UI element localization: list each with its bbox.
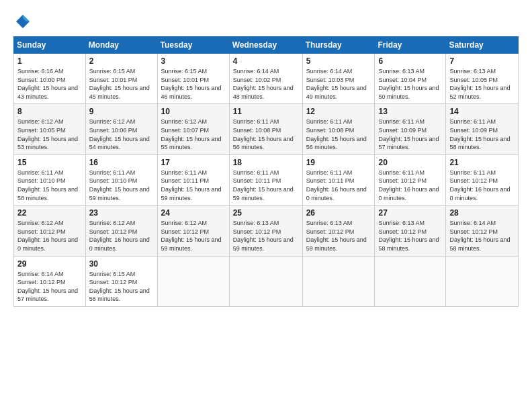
calendar-cell: 19 Sunrise: 6:11 AMSunset: 10:11 PMDayli… [302, 154, 375, 205]
day-number: 6 [378, 56, 442, 66]
calendar-week-2: 8 Sunrise: 6:12 AMSunset: 10:05 PMDaylig… [14, 104, 519, 154]
day-info: Sunrise: 6:11 AMSunset: 10:10 PMDaylight… [17, 169, 78, 201]
day-info: Sunrise: 6:12 AMSunset: 10:12 PMDaylight… [89, 220, 150, 252]
day-info: Sunrise: 6:12 AMSunset: 10:07 PMDaylight… [161, 118, 222, 150]
calendar-cell: 4 Sunrise: 6:14 AMSunset: 10:02 PMDaylig… [229, 54, 302, 104]
day-info: Sunrise: 6:14 AMSunset: 10:12 PMDaylight… [449, 220, 510, 252]
day-number: 14 [449, 107, 515, 116]
day-number: 17 [161, 158, 226, 167]
day-number: 27 [378, 208, 442, 218]
calendar-cell: 17 Sunrise: 6:11 AMSunset: 10:11 PMDayli… [157, 154, 229, 205]
calendar-cell: 25 Sunrise: 6:13 AMSunset: 10:12 PMDayli… [229, 205, 302, 256]
day-number: 23 [89, 208, 154, 218]
calendar-cell: 23 Sunrise: 6:12 AMSunset: 10:12 PMDayli… [85, 205, 157, 256]
day-info: Sunrise: 6:16 AMSunset: 10:00 PMDaylight… [17, 68, 78, 100]
day-number: 29 [17, 259, 82, 269]
calendar-cell: 29 Sunrise: 6:14 AMSunset: 10:12 PMDayli… [14, 256, 86, 306]
col-header-monday: Monday [85, 37, 157, 54]
day-number: 30 [89, 259, 154, 269]
calendar-cell: 21 Sunrise: 6:11 AMSunset: 10:12 PMDayli… [446, 154, 519, 205]
day-info: Sunrise: 6:11 AMSunset: 10:11 PMDaylight… [233, 169, 294, 201]
calendar-cell: 2 Sunrise: 6:15 AMSunset: 10:01 PMDaylig… [85, 54, 157, 104]
day-info: Sunrise: 6:15 AMSunset: 10:01 PMDaylight… [89, 68, 150, 100]
day-number: 8 [17, 107, 82, 116]
day-number: 11 [233, 107, 299, 116]
day-info: Sunrise: 6:14 AMSunset: 10:02 PMDaylight… [233, 68, 294, 100]
calendar-cell [302, 256, 375, 306]
calendar-cell: 11 Sunrise: 6:11 AMSunset: 10:08 PMDayli… [229, 104, 302, 154]
calendar-cell: 8 Sunrise: 6:12 AMSunset: 10:05 PMDaylig… [14, 104, 86, 154]
day-info: Sunrise: 6:11 AMSunset: 10:12 PMDaylight… [378, 169, 439, 201]
day-number: 3 [161, 56, 226, 66]
day-info: Sunrise: 6:14 AMSunset: 10:03 PMDaylight… [306, 68, 367, 100]
calendar-cell [157, 256, 229, 306]
day-info: Sunrise: 6:11 AMSunset: 10:10 PMDaylight… [89, 169, 150, 201]
calendar-week-5: 29 Sunrise: 6:14 AMSunset: 10:12 PMDayli… [14, 256, 519, 306]
day-number: 19 [306, 158, 371, 167]
logo [13, 12, 35, 31]
calendar-cell: 22 Sunrise: 6:12 AMSunset: 10:12 PMDayli… [14, 205, 86, 256]
day-info: Sunrise: 6:13 AMSunset: 10:12 PMDaylight… [233, 220, 294, 252]
calendar-cell: 24 Sunrise: 6:12 AMSunset: 10:12 PMDayli… [157, 205, 229, 256]
day-number: 2 [89, 56, 154, 66]
day-info: Sunrise: 6:14 AMSunset: 10:12 PMDaylight… [17, 271, 78, 303]
calendar-week-3: 15 Sunrise: 6:11 AMSunset: 10:10 PMDayli… [14, 154, 519, 205]
logo-icon [13, 12, 32, 31]
page: SundayMondayTuesdayWednesdayThursdayFrid… [0, 0, 532, 411]
calendar-cell [375, 256, 446, 306]
day-info: Sunrise: 6:13 AMSunset: 10:12 PMDaylight… [306, 220, 367, 252]
day-number: 1 [17, 56, 82, 66]
col-header-thursday: Thursday [302, 37, 375, 54]
calendar-cell: 18 Sunrise: 6:11 AMSunset: 10:11 PMDayli… [229, 154, 302, 205]
header [13, 12, 519, 31]
day-info: Sunrise: 6:13 AMSunset: 10:12 PMDaylight… [378, 220, 439, 252]
day-info: Sunrise: 6:11 AMSunset: 10:09 PMDaylight… [378, 118, 439, 150]
col-header-tuesday: Tuesday [157, 37, 229, 54]
calendar-table: SundayMondayTuesdayWednesdayThursdayFrid… [13, 36, 519, 307]
col-header-friday: Friday [375, 37, 446, 54]
calendar-week-4: 22 Sunrise: 6:12 AMSunset: 10:12 PMDayli… [14, 205, 519, 256]
day-number: 4 [233, 56, 299, 66]
day-number: 28 [449, 208, 515, 218]
day-number: 15 [17, 158, 82, 167]
calendar-cell: 20 Sunrise: 6:11 AMSunset: 10:12 PMDayli… [375, 154, 446, 205]
day-info: Sunrise: 6:15 AMSunset: 10:12 PMDaylight… [89, 271, 150, 303]
calendar-cell: 14 Sunrise: 6:11 AMSunset: 10:09 PMDayli… [446, 104, 519, 154]
day-number: 7 [449, 56, 515, 66]
calendar-cell: 28 Sunrise: 6:14 AMSunset: 10:12 PMDayli… [446, 205, 519, 256]
day-number: 13 [378, 107, 442, 116]
calendar-cell: 27 Sunrise: 6:13 AMSunset: 10:12 PMDayli… [375, 205, 446, 256]
calendar-cell: 10 Sunrise: 6:12 AMSunset: 10:07 PMDayli… [157, 104, 229, 154]
calendar-cell: 5 Sunrise: 6:14 AMSunset: 10:03 PMDaylig… [302, 54, 375, 104]
day-info: Sunrise: 6:13 AMSunset: 10:05 PMDaylight… [449, 68, 510, 100]
day-number: 5 [306, 56, 371, 66]
day-number: 9 [89, 107, 154, 116]
calendar-cell: 12 Sunrise: 6:11 AMSunset: 10:08 PMDayli… [302, 104, 375, 154]
calendar-header-row: SundayMondayTuesdayWednesdayThursdayFrid… [14, 37, 519, 54]
calendar-week-1: 1 Sunrise: 6:16 AMSunset: 10:00 PMDaylig… [14, 54, 519, 104]
day-number: 18 [233, 158, 299, 167]
calendar-cell: 7 Sunrise: 6:13 AMSunset: 10:05 PMDaylig… [446, 54, 519, 104]
calendar-cell: 1 Sunrise: 6:16 AMSunset: 10:00 PMDaylig… [14, 54, 86, 104]
col-header-sunday: Sunday [14, 37, 86, 54]
day-info: Sunrise: 6:13 AMSunset: 10:04 PMDaylight… [378, 68, 439, 100]
calendar-cell: 15 Sunrise: 6:11 AMSunset: 10:10 PMDayli… [14, 154, 86, 205]
day-info: Sunrise: 6:11 AMSunset: 10:11 PMDaylight… [306, 169, 367, 201]
calendar-cell [229, 256, 302, 306]
day-number: 21 [449, 158, 515, 167]
day-number: 22 [17, 208, 82, 218]
day-info: Sunrise: 6:11 AMSunset: 10:09 PMDaylight… [449, 118, 510, 150]
day-info: Sunrise: 6:12 AMSunset: 10:12 PMDaylight… [17, 220, 78, 252]
col-header-saturday: Saturday [446, 37, 519, 54]
day-info: Sunrise: 6:11 AMSunset: 10:11 PMDaylight… [161, 169, 222, 201]
day-number: 16 [89, 158, 154, 167]
calendar-cell: 6 Sunrise: 6:13 AMSunset: 10:04 PMDaylig… [375, 54, 446, 104]
day-info: Sunrise: 6:15 AMSunset: 10:01 PMDaylight… [161, 68, 222, 100]
calendar-cell: 13 Sunrise: 6:11 AMSunset: 10:09 PMDayli… [375, 104, 446, 154]
day-info: Sunrise: 6:12 AMSunset: 10:12 PMDaylight… [161, 220, 222, 252]
day-info: Sunrise: 6:12 AMSunset: 10:06 PMDaylight… [89, 118, 150, 150]
calendar-cell: 26 Sunrise: 6:13 AMSunset: 10:12 PMDayli… [302, 205, 375, 256]
day-info: Sunrise: 6:11 AMSunset: 10:12 PMDaylight… [449, 169, 510, 201]
day-number: 12 [306, 107, 371, 116]
calendar-cell: 9 Sunrise: 6:12 AMSunset: 10:06 PMDaylig… [85, 104, 157, 154]
